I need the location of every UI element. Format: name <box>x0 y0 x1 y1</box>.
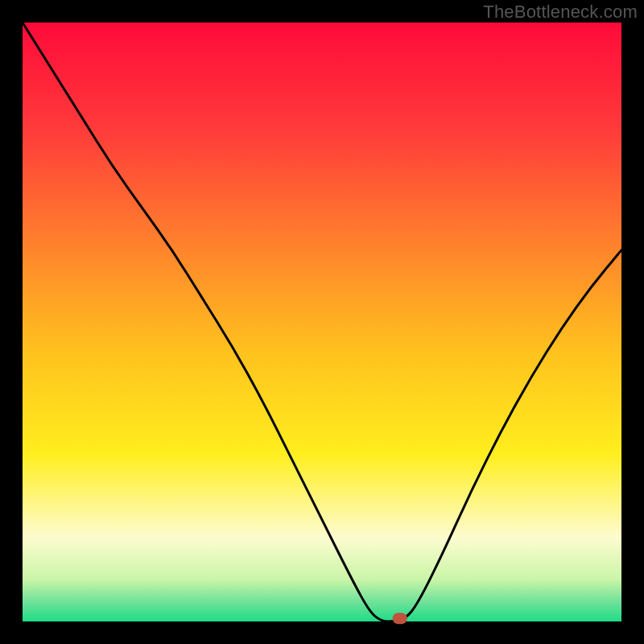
chart-frame: TheBottleneck.com <box>0 0 644 644</box>
watermark-text: TheBottleneck.com <box>483 2 638 23</box>
marker-optimal_point <box>393 613 407 624</box>
bottleneck-chart <box>0 0 644 644</box>
svg-rect-1 <box>23 23 621 621</box>
